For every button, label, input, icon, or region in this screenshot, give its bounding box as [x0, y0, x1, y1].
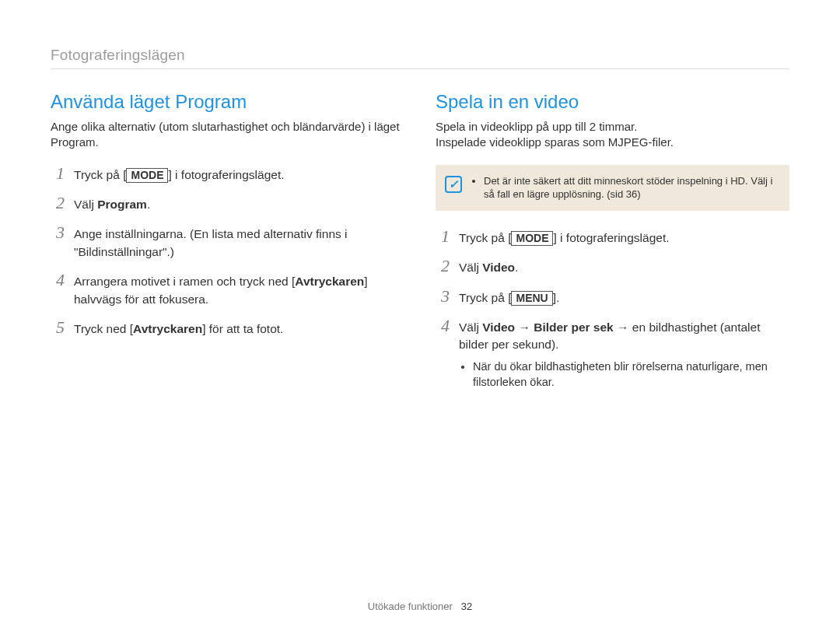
section-title-program: Använda läget Program [51, 91, 404, 113]
step-text: Välj Video. [459, 259, 518, 276]
intro-text: Ange olika alternativ (utom slutarhastig… [51, 119, 404, 151]
step-text: Tryck på [MODE] i fotograferingsläget. [74, 166, 285, 184]
step-number: 1 [51, 165, 65, 182]
step-number: 1 [436, 228, 450, 245]
key-mode: MODE [511, 231, 553, 247]
step-text: Tryck ned [Avtryckaren] för att ta fotot… [74, 321, 283, 338]
step-item: 1 Tryck på [MODE] i fotograferingsläget. [436, 228, 789, 247]
page-footer: Utökade funktioner 32 [0, 601, 840, 612]
step-text: Ange inställningarna. (En lista med alte… [74, 226, 404, 261]
step-item: 4 Arrangera motivet i ramen och tryck ne… [51, 271, 404, 308]
step-item: 2 Välj Video. [436, 257, 789, 276]
sub-bullets: När du ökar bildhastigheten blir rörelse… [459, 359, 789, 391]
step-number: 2 [436, 257, 450, 275]
left-column: Använda läget Program Ange olika alterna… [51, 91, 404, 391]
step-number: 5 [51, 319, 65, 336]
step-text: Tryck på [MENU]. [459, 289, 559, 306]
step-text: Välj Program. [74, 196, 150, 213]
step-item: 1 Tryck på [MODE] i fotograferingsläget. [51, 165, 404, 184]
key-menu: MENU [511, 291, 552, 306]
step-number: 3 [436, 288, 450, 305]
step-item: 5 Tryck ned [Avtryckaren] för att ta fot… [51, 319, 404, 338]
sub-bullet-item: När du ökar bildhastigheten blir rörelse… [473, 359, 789, 391]
note-icon: ✓ [445, 176, 462, 193]
intro-text: Spela in videoklipp på upp till 2 timmar… [436, 119, 789, 151]
section-title-video: Spela in en video [436, 91, 789, 113]
step-number: 3 [51, 224, 65, 241]
step-number: 2 [51, 194, 65, 212]
step-number: 4 [51, 271, 65, 289]
key-mode: MODE [126, 168, 168, 184]
step-text: Välj Video → Bilder per sek → en bildhas… [459, 319, 789, 391]
right-column: Spela in en video Spela in videoklipp på… [436, 91, 789, 391]
note-box: ✓ Det är inte säkert att ditt minneskort… [436, 165, 789, 211]
step-item: 4 Välj Video → Bilder per sek → en bildh… [436, 317, 789, 391]
manual-page: Fotograferingslägen Använda läget Progra… [0, 0, 840, 634]
steps-list-right: 1 Tryck på [MODE] i fotograferingsläget.… [436, 228, 789, 391]
step-item: 2 Välj Program. [51, 194, 404, 213]
step-text: Arrangera motivet i ramen och tryck ned … [74, 273, 404, 308]
footer-label: Utökade funktioner [368, 601, 453, 612]
step-item: 3 Ange inställningarna. (En lista med al… [51, 224, 404, 261]
steps-list-left: 1 Tryck på [MODE] i fotograferingsläget.… [51, 165, 404, 338]
content-columns: Använda läget Program Ange olika alterna… [51, 91, 789, 391]
page-number: 32 [461, 601, 472, 612]
breadcrumb: Fotograferingslägen [51, 47, 789, 69]
note-text: Det är inte säkert att ditt minneskort s… [471, 174, 777, 201]
step-item: 3 Tryck på [MENU]. [436, 288, 789, 306]
step-text: Tryck på [MODE] i fotograferingsläget. [459, 229, 670, 247]
step-number: 4 [436, 317, 450, 335]
